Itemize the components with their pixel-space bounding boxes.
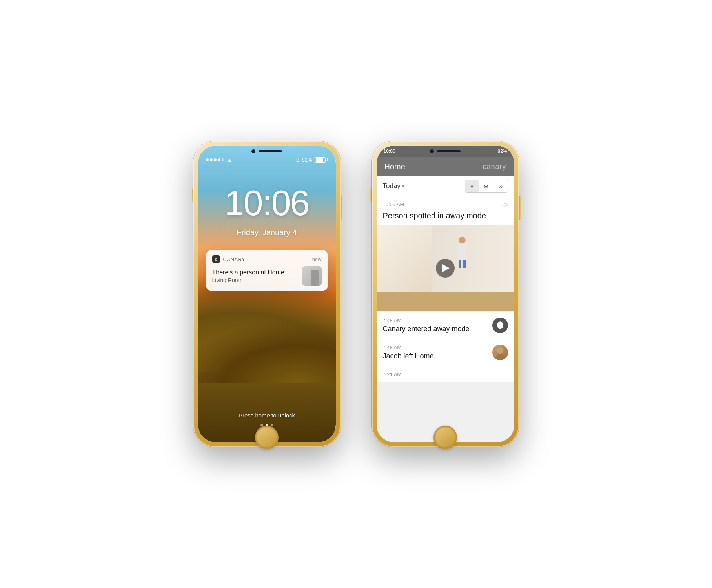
camera-icon [251, 149, 255, 153]
person-head [459, 237, 466, 243]
lock-screen: ▲ B 82% 10:06 Friday, January 4 [198, 146, 336, 442]
feed-item-4-partial[interactable]: 7:21 AM [377, 366, 514, 382]
feed-item-1-bookmark-icon[interactable]: ⊘ [503, 201, 508, 209]
feed-item-3-title: Jacob left Home [383, 352, 492, 360]
feed-item-3-content: 7:48 AM Jacob left Home [383, 345, 492, 360]
toolbar-bookmark-icon[interactable]: ⊘ [493, 180, 508, 192]
home-button[interactable] [255, 426, 279, 449]
feed-item-3[interactable]: 7:48 AM Jacob left Home [377, 339, 514, 366]
lock-date: Friday, January 4 [198, 228, 336, 237]
lock-status-right: B 82% [296, 157, 328, 163]
phone-2: 10:06 82% Home canary Today ▾ ≡ ⊕ ⊘ [372, 141, 519, 447]
home-button-inner [256, 427, 277, 448]
notif-app-info: c CANARY [212, 255, 246, 263]
notification-header: c CANARY now [212, 255, 322, 263]
feed-item-1-header: 10:06 AM ⊘ [377, 196, 514, 211]
phone-1-top-bar [198, 146, 336, 157]
feed-item-1-time: 10:06 AM [383, 201, 404, 207]
feed-item-1-title: Person spotted in away mode [377, 211, 514, 225]
signal-indicator: ▲ [206, 157, 232, 163]
signal-dot-4 [218, 158, 220, 161]
person-leg-left [459, 260, 461, 268]
toolbar-list-icon[interactable]: ≡ [465, 180, 479, 192]
person-leg-right [463, 260, 466, 268]
play-button[interactable] [436, 259, 455, 278]
wifi-icon: ▲ [227, 157, 232, 163]
battery-icon [315, 157, 328, 163]
person-legs [459, 260, 466, 268]
notif-thumb-figure [311, 270, 319, 286]
speaker-grille-2 [437, 150, 461, 152]
toolbar-filter[interactable]: Today ▾ [383, 182, 404, 190]
notif-text: There's a person at Home Living Room [212, 269, 297, 283]
feed-item-4-time: 7:21 AM [383, 372, 508, 377]
app-nav-logo: canary [483, 163, 506, 171]
signal-dot-3 [214, 158, 217, 161]
canary-app-icon: c [212, 255, 220, 263]
toolbar-shield-icon[interactable]: ⊕ [479, 180, 493, 192]
battery-percent: 82% [302, 157, 312, 163]
svg-point-0 [497, 347, 503, 354]
filter-chevron-icon: ▾ [402, 183, 404, 189]
home-button-inner-2 [435, 427, 456, 448]
feed-item-2-content: 7:48 AM Canary entered away mode [383, 318, 492, 333]
notif-subtitle: Living Room [212, 277, 297, 283]
feed-item-2[interactable]: 7:48 AM Canary entered away mode [377, 312, 514, 339]
svg-point-1 [495, 354, 505, 360]
notification-body: There's a person at Home Living Room [212, 266, 322, 286]
app-nav-bar: Home canary [377, 157, 514, 176]
app-screen: 10:06 82% Home canary Today ▾ ≡ ⊕ ⊘ [377, 146, 514, 442]
lock-press-home: Press home to unlock [198, 412, 336, 419]
app-nav-title: Home [384, 162, 405, 171]
feed-item-2-time: 7:48 AM [383, 318, 492, 323]
app-feed: 10:06 AM ⊘ Person spotted in away mode [377, 196, 514, 442]
feed-item-3-time: 7:48 AM [383, 345, 492, 350]
camera-icon-2 [430, 149, 434, 153]
lock-time: 10:06 [198, 183, 336, 223]
bluetooth-icon: B [296, 157, 300, 163]
toolbar-filter-label: Today [383, 182, 401, 190]
staircase-floor [377, 292, 514, 311]
toolbar-icons: ≡ ⊕ ⊘ [465, 180, 508, 193]
feed-item-1[interactable]: 10:06 AM ⊘ Person spotted in away mode [377, 196, 514, 311]
away-mode-shield-icon [492, 318, 508, 333]
notif-app-name: CANARY [223, 256, 246, 262]
jacob-avatar [492, 345, 508, 360]
app-toolbar: Today ▾ ≡ ⊕ ⊘ [377, 176, 514, 196]
person-figure [457, 237, 467, 268]
feed-item-2-title: Canary entered away mode [383, 325, 492, 333]
play-triangle-icon [442, 264, 450, 272]
notif-thumbnail [302, 266, 322, 286]
phone-2-top-bar [377, 146, 514, 157]
signal-dot-5 [222, 158, 224, 161]
avatar-face [492, 345, 508, 360]
person-body [458, 244, 466, 259]
signal-dot-2 [210, 158, 213, 161]
speaker-grille [259, 150, 282, 152]
signal-dot-1 [206, 158, 209, 161]
notif-title: There's a person at Home [212, 269, 297, 276]
notif-time: now [312, 256, 322, 262]
notification-card[interactable]: c CANARY now There's a person at Home Li… [206, 250, 328, 291]
lock-status-bar: ▲ B 82% [198, 157, 336, 163]
home-button-2[interactable] [433, 426, 457, 449]
phone-1: ▲ B 82% 10:06 Friday, January 4 [193, 141, 341, 447]
feed-video-thumbnail[interactable] [377, 225, 514, 311]
